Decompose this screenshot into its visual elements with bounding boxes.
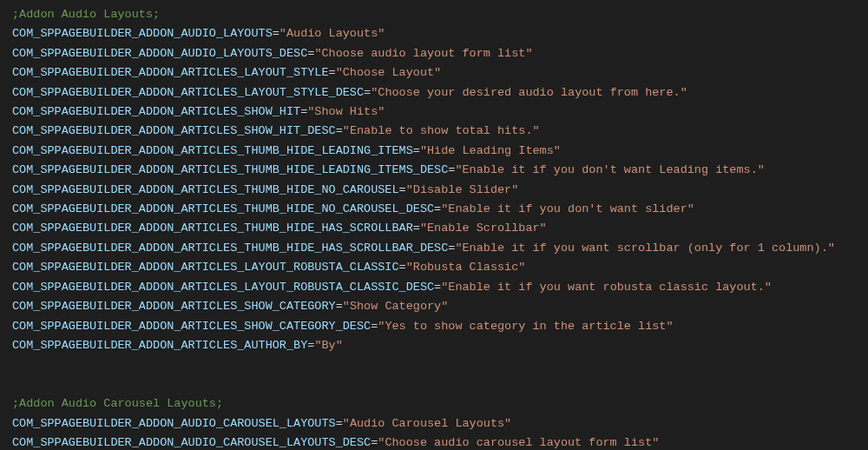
config-key: COM_SPPAGEBUILDER_ADDON_ARTICLES_THUMB_H… <box>12 163 448 176</box>
equals-operator: = <box>336 124 343 137</box>
config-value: "Yes to show category in the article lis… <box>378 320 673 333</box>
config-value: "Robusta Classic" <box>406 261 526 274</box>
config-value: "Choose audio carousel layout form list" <box>378 436 659 449</box>
config-key: COM_SPPAGEBUILDER_ADDON_ARTICLES_AUTHOR_… <box>12 339 307 352</box>
equals-operator: = <box>434 202 441 215</box>
code-line[interactable]: COM_SPPAGEBUILDER_ADDON_ARTICLES_LAYOUT_… <box>12 258 868 277</box>
code-line[interactable]: ;Addon Audio Layouts; <box>12 5 868 24</box>
equals-operator: = <box>364 86 371 99</box>
equals-operator: = <box>273 27 279 40</box>
config-key: COM_SPPAGEBUILDER_ADDON_ARTICLES_LAYOUT_… <box>12 261 399 274</box>
equals-operator: = <box>413 144 420 157</box>
config-key: COM_SPPAGEBUILDER_ADDON_ARTICLES_THUMB_H… <box>12 222 413 235</box>
config-key: COM_SPPAGEBUILDER_ADDON_ARTICLES_THUMB_H… <box>12 242 448 255</box>
config-value: "Enable it if you don't want slider" <box>441 202 694 215</box>
code-line[interactable]: COM_SPPAGEBUILDER_ADDON_AUDIO_CAROUSEL_L… <box>12 414 868 433</box>
code-editor[interactable]: ;Addon Audio Layouts;COM_SPPAGEBUILDER_A… <box>0 0 868 450</box>
code-line[interactable]: COM_SPPAGEBUILDER_ADDON_AUDIO_LAYOUTS_DE… <box>12 44 868 63</box>
config-key: COM_SPPAGEBUILDER_ADDON_ARTICLES_THUMB_H… <box>12 183 399 196</box>
config-value: "Enable Scrollbar" <box>420 222 547 235</box>
config-key: COM_SPPAGEBUILDER_ADDON_ARTICLES_LAYOUT_… <box>12 86 364 99</box>
equals-operator: = <box>336 300 343 313</box>
config-key: COM_SPPAGEBUILDER_ADDON_ARTICLES_THUMB_H… <box>12 144 413 157</box>
code-line[interactable]: COM_SPPAGEBUILDER_ADDON_ARTICLES_AUTHOR_… <box>12 336 868 355</box>
code-line[interactable]: COM_SPPAGEBUILDER_ADDON_ARTICLES_LAYOUT_… <box>12 278 868 297</box>
config-value: "Choose your desired audio layout from h… <box>371 86 687 99</box>
equals-operator: = <box>399 183 406 196</box>
config-key: COM_SPPAGEBUILDER_ADDON_ARTICLES_THUMB_H… <box>12 202 434 215</box>
code-line[interactable]: COM_SPPAGEBUILDER_ADDON_ARTICLES_THUMB_H… <box>12 142 868 161</box>
config-value: "Choose Layout" <box>336 66 442 79</box>
config-value: "Enable it if you want robusta classic l… <box>441 281 772 294</box>
code-line[interactable]: COM_SPPAGEBUILDER_ADDON_AUDIO_CAROUSEL_L… <box>12 433 868 450</box>
config-key: COM_SPPAGEBUILDER_ADDON_ARTICLES_LAYOUT_… <box>12 66 329 79</box>
config-key: COM_SPPAGEBUILDER_ADDON_AUDIO_LAYOUTS <box>12 27 273 40</box>
code-line[interactable]: COM_SPPAGEBUILDER_ADDON_ARTICLES_SHOW_HI… <box>12 122 868 141</box>
code-line[interactable]: COM_SPPAGEBUILDER_ADDON_ARTICLES_THUMB_H… <box>12 161 868 180</box>
config-key: COM_SPPAGEBUILDER_ADDON_ARTICLES_SHOW_CA… <box>12 320 371 333</box>
code-line[interactable] <box>12 355 868 374</box>
code-line[interactable]: COM_SPPAGEBUILDER_ADDON_ARTICLES_THUMB_H… <box>12 181 868 200</box>
code-line[interactable]: COM_SPPAGEBUILDER_ADDON_ARTICLES_SHOW_HI… <box>12 103 868 122</box>
equals-operator: = <box>329 66 336 79</box>
code-line[interactable]: COM_SPPAGEBUILDER_ADDON_ARTICLES_THUMB_H… <box>12 239 868 258</box>
config-value: "Hide Leading Items" <box>420 144 561 157</box>
code-line[interactable] <box>12 375 868 394</box>
code-line[interactable]: COM_SPPAGEBUILDER_ADDON_ARTICLES_SHOW_CA… <box>12 297 868 316</box>
config-key: COM_SPPAGEBUILDER_ADDON_ARTICLES_SHOW_HI… <box>12 105 300 118</box>
code-line[interactable]: COM_SPPAGEBUILDER_ADDON_AUDIO_LAYOUTS="A… <box>12 24 868 43</box>
config-value: "Enable it if you want scrollbar (only f… <box>455 242 834 255</box>
config-value: "By" <box>314 339 342 352</box>
config-key: COM_SPPAGEBUILDER_ADDON_ARTICLES_LAYOUT_… <box>12 281 434 294</box>
config-value: "Enable to show total hits." <box>343 124 540 137</box>
config-value: "Audio Layouts" <box>279 27 385 40</box>
code-line[interactable]: COM_SPPAGEBUILDER_ADDON_ARTICLES_SHOW_CA… <box>12 317 868 336</box>
equals-operator: = <box>336 417 343 430</box>
config-key: COM_SPPAGEBUILDER_ADDON_AUDIO_CAROUSEL_L… <box>12 417 336 430</box>
code-line[interactable]: COM_SPPAGEBUILDER_ADDON_ARTICLES_THUMB_H… <box>12 200 868 219</box>
config-value: "Show Hits" <box>307 105 385 118</box>
code-line[interactable]: COM_SPPAGEBUILDER_ADDON_ARTICLES_THUMB_H… <box>12 219 868 238</box>
config-value: "Audio Carousel Layouts" <box>343 417 511 430</box>
equals-operator: = <box>413 222 420 235</box>
config-value: "Show Category" <box>343 300 449 313</box>
comment-text: ;Addon Audio Carousel Layouts; <box>12 397 223 410</box>
code-line[interactable]: COM_SPPAGEBUILDER_ADDON_ARTICLES_LAYOUT_… <box>12 63 868 83</box>
config-key: COM_SPPAGEBUILDER_ADDON_AUDIO_LAYOUTS_DE… <box>12 47 307 60</box>
code-line[interactable]: COM_SPPAGEBUILDER_ADDON_ARTICLES_LAYOUT_… <box>12 83 868 103</box>
config-key: COM_SPPAGEBUILDER_ADDON_ARTICLES_SHOW_CA… <box>12 300 336 313</box>
comment-text: ;Addon Audio Layouts; <box>12 8 160 21</box>
config-value: "Choose audio layout form list" <box>314 47 532 60</box>
config-key: COM_SPPAGEBUILDER_ADDON_ARTICLES_SHOW_HI… <box>12 124 336 137</box>
config-value: "Disable Slider" <box>406 183 519 196</box>
equals-operator: = <box>434 281 441 294</box>
config-value: "Enable it if you don't want Leading ite… <box>455 163 764 176</box>
config-key: COM_SPPAGEBUILDER_ADDON_AUDIO_CAROUSEL_L… <box>12 436 371 449</box>
equals-operator: = <box>399 261 406 274</box>
code-line[interactable]: ;Addon Audio Carousel Layouts; <box>12 394 868 414</box>
